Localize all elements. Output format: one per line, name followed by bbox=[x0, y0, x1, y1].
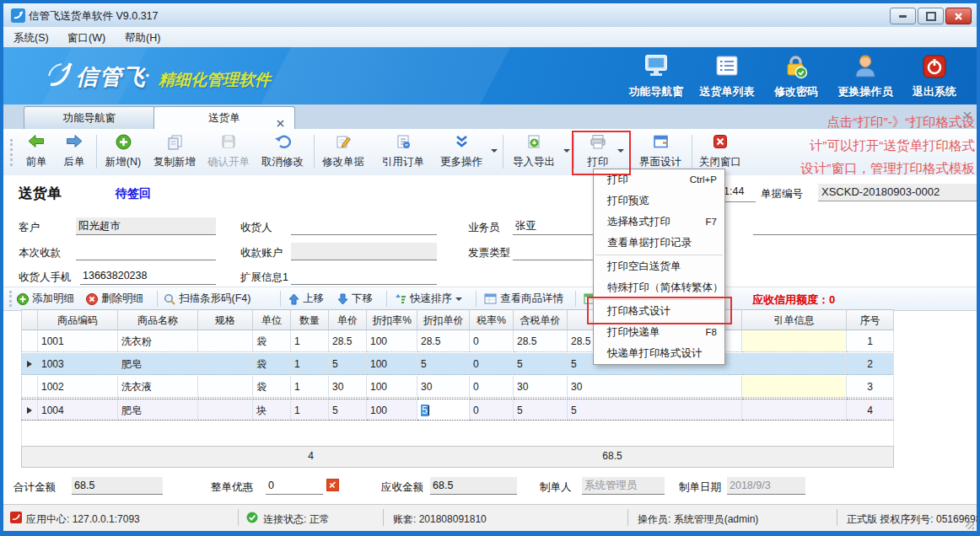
cell-discount-price[interactable]: 30 bbox=[417, 376, 470, 398]
cell-qty[interactable]: 1 bbox=[291, 330, 329, 352]
cell-discount-price[interactable]: 28.5 bbox=[417, 330, 470, 352]
doc-datetime-fragment[interactable]: 1:44 bbox=[724, 185, 756, 202]
cell-spec[interactable] bbox=[198, 376, 253, 398]
col-header-price[interactable]: 单价 bbox=[329, 309, 367, 330]
col-header-tax-rate[interactable]: 税率% bbox=[470, 309, 514, 330]
menu-item-print[interactable]: 打印Ctrl+P bbox=[594, 169, 724, 190]
add-new-button[interactable]: 新增(N) bbox=[100, 131, 147, 173]
menu-help[interactable]: 帮助(H) bbox=[125, 31, 160, 46]
toolbar-drag-handle[interactable] bbox=[10, 139, 13, 166]
ui-design-button[interactable]: 界面设计 bbox=[634, 131, 687, 173]
cell-amount[interactable]: 5 bbox=[568, 399, 742, 421]
edit-doc-button[interactable]: 修改单据 bbox=[317, 131, 369, 173]
menu-item-print-format-design[interactable]: 打印格式设计 bbox=[594, 301, 724, 322]
tabstrip-close-icon[interactable] bbox=[963, 108, 972, 123]
cell-name[interactable]: 洗衣液 bbox=[118, 376, 198, 398]
menu-item-special-print[interactable]: 特殊打印（简体转繁体） bbox=[594, 277, 724, 298]
tab-nav-window[interactable]: 功能导航窗 bbox=[24, 106, 155, 129]
unlabeled-field[interactable] bbox=[753, 217, 977, 235]
cell-price[interactable]: 28.5 bbox=[329, 330, 367, 352]
col-header-tax-price[interactable]: 含税单价 bbox=[514, 309, 568, 330]
prev-doc-button[interactable]: 前单 bbox=[17, 131, 56, 173]
cell-code[interactable]: 1004 bbox=[38, 399, 118, 421]
cell-spec[interactable] bbox=[198, 330, 253, 352]
quick-sort-button[interactable]: 快速排序 bbox=[395, 287, 462, 310]
cell-qty[interactable]: 1 bbox=[291, 353, 329, 375]
close-button[interactable] bbox=[945, 8, 972, 24]
cell-code[interactable]: 1001 bbox=[38, 330, 118, 352]
cell-price[interactable]: 30 bbox=[329, 376, 367, 398]
cell-name[interactable]: 肥皂 bbox=[118, 353, 198, 375]
menu-item-print-preview[interactable]: 打印预览 bbox=[594, 190, 724, 212]
cell-tax-price[interactable]: 28.5 bbox=[514, 330, 568, 352]
receiver-field[interactable] bbox=[291, 217, 437, 235]
cancel-edit-button[interactable]: 取消修改 bbox=[256, 131, 309, 173]
cell-name[interactable]: 肥皂 bbox=[118, 399, 198, 421]
restore-button[interactable] bbox=[918, 8, 944, 24]
cell-code[interactable]: 1002 bbox=[38, 376, 118, 398]
total-amount-field[interactable]: 68.5 bbox=[72, 477, 163, 495]
cell-discount-rate[interactable]: 100 bbox=[367, 353, 417, 375]
cell-amount[interactable]: 30 bbox=[568, 376, 742, 398]
add-detail-button[interactable]: 添加明细 bbox=[17, 287, 74, 310]
cell-unit[interactable]: 袋 bbox=[253, 330, 291, 352]
menu-system[interactable]: 系统(S) bbox=[13, 31, 49, 46]
cell-ref[interactable] bbox=[742, 353, 847, 375]
cell-ref[interactable] bbox=[742, 330, 847, 352]
delete-detail-button[interactable]: 删除明细 bbox=[86, 287, 143, 310]
cell-tax-rate[interactable]: 0 bbox=[470, 330, 514, 352]
cell-tax-rate[interactable]: 0 bbox=[470, 376, 514, 398]
order-discount-field[interactable]: 0 bbox=[266, 477, 323, 495]
cell-unit[interactable]: 块 bbox=[253, 399, 291, 421]
discount-adjust-icon[interactable] bbox=[326, 479, 339, 495]
import-export-caret-icon[interactable] bbox=[563, 149, 570, 153]
cell-tax-price[interactable]: 5 bbox=[514, 399, 568, 421]
cell-tax-price[interactable]: 5 bbox=[514, 353, 568, 375]
more-ops-button[interactable]: 更多操作 bbox=[435, 131, 487, 173]
col-header-ref[interactable]: 引单信息 bbox=[742, 309, 847, 330]
col-header-discount-price[interactable]: 折扣单价 bbox=[417, 309, 470, 330]
menu-item-select-format-print[interactable]: 选择格式打印F7 bbox=[594, 212, 724, 233]
cell-price[interactable]: 5 bbox=[329, 353, 367, 375]
import-export-button[interactable]: 导入导出 bbox=[508, 131, 560, 173]
menu-item-express-format-design[interactable]: 快递单打印格式设计 bbox=[594, 343, 724, 364]
cell-ref[interactable] bbox=[742, 376, 847, 398]
account-field[interactable] bbox=[291, 243, 437, 260]
cell-spec[interactable] bbox=[198, 399, 253, 421]
resize-grip[interactable] bbox=[966, 521, 974, 529]
cell-tax-rate[interactable]: 0 bbox=[470, 399, 514, 421]
menu-item-view-print-records[interactable]: 查看单据打印记录 bbox=[594, 233, 724, 254]
view-product-button[interactable]: 查看商品详情 bbox=[484, 287, 563, 310]
cell-discount-rate[interactable]: 100 bbox=[367, 399, 417, 421]
detail-toolbar-drag-handle[interactable] bbox=[9, 291, 12, 307]
cell-ref[interactable] bbox=[742, 399, 847, 421]
col-header-code[interactable]: 商品编码 bbox=[38, 309, 118, 330]
cell-tax-price[interactable]: 30 bbox=[514, 376, 568, 398]
scan-barcode-button[interactable]: 扫描条形码(F4) bbox=[164, 287, 250, 310]
more-ops-caret-icon[interactable] bbox=[491, 149, 498, 153]
minimize-button[interactable] bbox=[890, 8, 916, 24]
customer-field[interactable]: 阳光超市 bbox=[76, 217, 216, 235]
cell-discount-rate[interactable]: 100 bbox=[367, 330, 417, 352]
banner-action-nav-window[interactable]: 功能导航窗 bbox=[616, 52, 697, 99]
cell-price[interactable]: 5 bbox=[329, 399, 367, 421]
cell-qty[interactable]: 1 bbox=[291, 399, 329, 421]
cell-unit[interactable]: 袋 bbox=[253, 376, 291, 398]
cell-tax-rate[interactable]: 0 bbox=[470, 353, 514, 375]
menu-item-print-express-sheet[interactable]: 打印快递单F8 bbox=[594, 322, 724, 343]
cell-code[interactable]: 1003 bbox=[38, 353, 118, 375]
invoice-type-field[interactable] bbox=[513, 243, 595, 260]
cell-qty[interactable]: 1 bbox=[291, 376, 329, 398]
move-down-button[interactable]: 下移 bbox=[337, 287, 373, 310]
move-up-button[interactable]: 上移 bbox=[288, 287, 324, 310]
col-header-spec[interactable]: 规格 bbox=[198, 309, 253, 330]
cell-name[interactable]: 洗衣粉 bbox=[118, 330, 198, 352]
print-caret-icon[interactable] bbox=[617, 149, 624, 153]
cell-discount-price-editing[interactable]: 5 bbox=[417, 399, 470, 421]
payment-field[interactable] bbox=[76, 243, 216, 260]
col-header-qty[interactable]: 数量 bbox=[291, 309, 329, 330]
ext1-field[interactable] bbox=[291, 267, 437, 285]
tab-delivery-note[interactable]: 送货单 bbox=[153, 106, 295, 130]
menu-window[interactable]: 窗口(W) bbox=[67, 31, 105, 46]
copy-add-button[interactable]: 复制新增 bbox=[148, 131, 201, 173]
